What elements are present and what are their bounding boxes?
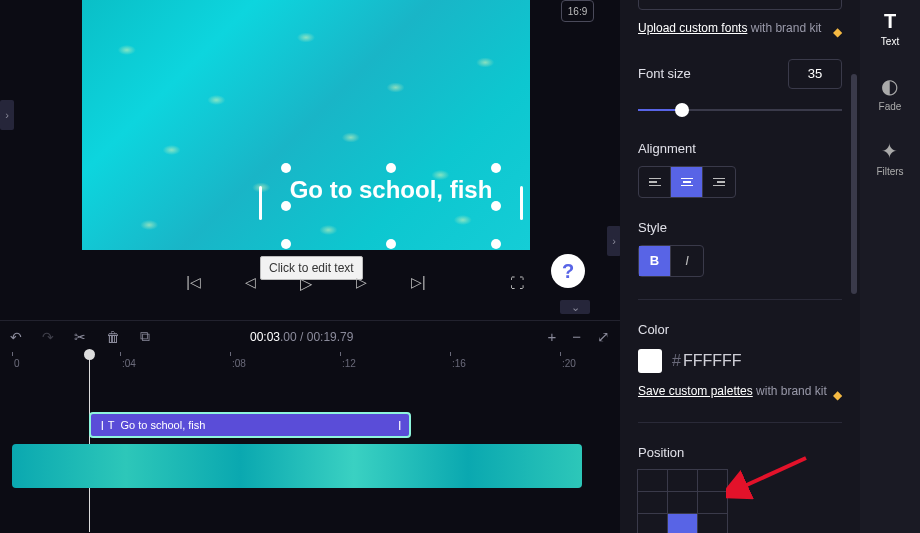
zoom-in-button[interactable]: + bbox=[547, 328, 556, 346]
resize-handle-tm[interactable] bbox=[386, 163, 396, 173]
font-weight-dropdown[interactable] bbox=[638, 0, 842, 10]
clip-grip-left-icon[interactable]: || bbox=[101, 420, 102, 430]
ruler-tick: 0 bbox=[14, 358, 20, 369]
properties-panel: Upload custom fonts with brand kit ◆ Fon… bbox=[620, 0, 860, 533]
rotate-handle-left[interactable] bbox=[259, 186, 262, 220]
tab-filters[interactable]: ✦ Filters bbox=[876, 140, 903, 177]
font-size-label: Font size bbox=[638, 66, 691, 81]
text-clip[interactable]: || T Go to school, fish || bbox=[89, 412, 411, 438]
preview-canvas[interactable]: Go to school, fish bbox=[82, 0, 530, 250]
redo-button[interactable]: ↷ bbox=[42, 329, 54, 345]
resize-handle-bl[interactable] bbox=[281, 239, 291, 249]
save-palettes-link[interactable]: Save custom palettes bbox=[638, 384, 753, 398]
color-label: Color bbox=[638, 322, 842, 337]
position-top-right[interactable] bbox=[697, 469, 728, 492]
divider bbox=[638, 422, 842, 423]
font-size-input[interactable] bbox=[788, 59, 842, 89]
text-overlay[interactable]: Go to school, fish bbox=[286, 174, 496, 205]
prev-frame-button[interactable]: ◁ bbox=[239, 274, 262, 293]
resize-handle-bm[interactable] bbox=[386, 239, 396, 249]
filters-icon: ✦ bbox=[881, 140, 898, 162]
delete-button[interactable]: 🗑 bbox=[106, 329, 120, 345]
align-right-button[interactable] bbox=[703, 167, 735, 197]
resize-handle-ml[interactable] bbox=[281, 201, 291, 211]
skip-forward-button[interactable]: ▷| bbox=[405, 274, 432, 293]
bold-button[interactable]: B bbox=[639, 246, 671, 276]
position-middle-right[interactable] bbox=[697, 491, 728, 514]
clip-grip-right-icon[interactable]: || bbox=[398, 420, 399, 430]
timeline: ↶ ↷ ✂ 🗑 ⧉ 00:03.00 / 00:19.79 + − ⤢ 0 :0… bbox=[0, 320, 620, 378]
alignment-label: Alignment bbox=[638, 141, 842, 156]
right-drawer-toggle[interactable]: › bbox=[607, 226, 621, 256]
text-icon: T bbox=[884, 10, 896, 32]
ruler-tick: :08 bbox=[232, 358, 246, 369]
split-button[interactable]: ✂ bbox=[74, 329, 86, 345]
italic-button[interactable]: I bbox=[671, 246, 703, 276]
side-tabs: T Text ◐ Fade ✦ Filters bbox=[860, 0, 920, 533]
ruler-tick: :04 bbox=[122, 358, 136, 369]
position-top-left[interactable] bbox=[637, 469, 668, 492]
slider-fill bbox=[638, 109, 679, 111]
font-size-slider[interactable] bbox=[638, 101, 842, 119]
upload-fonts-row: Upload custom fonts with brand kit ◆ bbox=[638, 20, 842, 37]
text-clip-label: Go to school, fish bbox=[120, 419, 205, 431]
style-group: B I bbox=[638, 245, 704, 277]
aspect-ratio-button[interactable]: 16:9 bbox=[561, 0, 594, 22]
timeline-toolbar: ↶ ↷ ✂ 🗑 ⧉ 00:03.00 / 00:19.79 + − ⤢ bbox=[0, 320, 620, 352]
collapse-timeline-button[interactable]: ⌄ bbox=[560, 300, 590, 314]
position-bottom-right[interactable] bbox=[697, 513, 728, 533]
upload-fonts-link[interactable]: Upload custom fonts bbox=[638, 21, 747, 35]
alignment-group bbox=[638, 166, 736, 198]
duplicate-button[interactable]: ⧉ bbox=[140, 328, 150, 345]
position-middle-left[interactable] bbox=[637, 491, 668, 514]
save-palettes-row: Save custom palettes with brand kit ◆ bbox=[638, 383, 842, 400]
zoom-out-button[interactable]: − bbox=[572, 328, 581, 346]
left-drawer-toggle[interactable]: › bbox=[0, 100, 14, 130]
play-button[interactable]: ▷ bbox=[294, 274, 318, 293]
position-bottom-left[interactable] bbox=[637, 513, 668, 533]
transport-controls: |◁ ◁ ▷ ▷ ▷| ⛶ bbox=[82, 268, 530, 298]
color-hex[interactable]: #FFFFFF bbox=[672, 352, 742, 370]
position-grid bbox=[638, 470, 728, 533]
premium-icon: ◆ bbox=[833, 387, 842, 404]
position-bottom-center[interactable] bbox=[667, 513, 698, 533]
slider-thumb[interactable] bbox=[675, 103, 689, 117]
ruler-tick: :20 bbox=[562, 358, 576, 369]
color-swatch[interactable] bbox=[638, 349, 662, 373]
align-center-button[interactable] bbox=[671, 167, 703, 197]
video-clip[interactable] bbox=[12, 444, 582, 488]
resize-handle-br[interactable] bbox=[491, 239, 501, 249]
tab-fade[interactable]: ◐ Fade bbox=[879, 75, 902, 112]
resize-handle-tl[interactable] bbox=[281, 163, 291, 173]
playhead[interactable] bbox=[89, 352, 90, 532]
rotate-handle-right[interactable] bbox=[520, 186, 523, 220]
fullscreen-button[interactable]: ⛶ bbox=[504, 275, 530, 291]
resize-handle-mr[interactable] bbox=[491, 201, 501, 211]
text-icon: T bbox=[108, 419, 115, 431]
position-top-center[interactable] bbox=[667, 469, 698, 492]
panel-scrollbar[interactable] bbox=[851, 74, 857, 294]
tab-text[interactable]: T Text bbox=[881, 10, 899, 47]
timeline-ruler[interactable]: 0 :04 :08 :12 :16 :20 bbox=[0, 352, 620, 378]
align-left-button[interactable] bbox=[639, 167, 671, 197]
undo-button[interactable]: ↶ bbox=[10, 329, 22, 345]
position-label: Position bbox=[638, 445, 842, 460]
divider bbox=[638, 299, 842, 300]
next-frame-button[interactable]: ▷ bbox=[350, 274, 373, 293]
ruler-tick: :16 bbox=[452, 358, 466, 369]
premium-icon: ◆ bbox=[833, 24, 842, 41]
style-label: Style bbox=[638, 220, 842, 235]
fade-icon: ◐ bbox=[881, 75, 898, 97]
ruler-tick: :12 bbox=[342, 358, 356, 369]
timecode: 00:03.00 / 00:19.79 bbox=[250, 330, 353, 344]
zoom-fit-button[interactable]: ⤢ bbox=[597, 328, 610, 346]
skip-back-button[interactable]: |◁ bbox=[180, 274, 207, 293]
help-button[interactable]: ? bbox=[551, 254, 585, 288]
position-middle-center[interactable] bbox=[667, 491, 698, 514]
text-overlay-selection[interactable]: Go to school, fish bbox=[286, 168, 496, 244]
resize-handle-tr[interactable] bbox=[491, 163, 501, 173]
